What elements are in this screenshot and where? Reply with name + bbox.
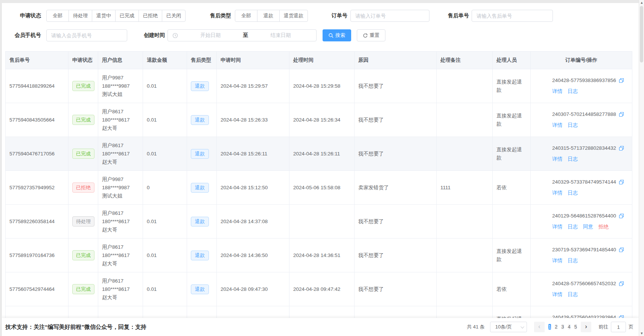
type-badge: 退款 — [191, 284, 209, 294]
page-number-button[interactable]: 1 — [548, 324, 551, 330]
cell-apply-status: 已完成 — [69, 137, 98, 171]
action-link-default[interactable]: 日志 — [568, 189, 578, 197]
cell-user-info: 用户8617180****8617赵大哥 — [98, 272, 143, 306]
type-badge: 退款 — [191, 183, 209, 193]
action-link-default[interactable]: 日志 — [568, 257, 578, 265]
action-link-reject[interactable]: 拒绝 — [598, 223, 609, 231]
cell-remark: 1111 — [437, 171, 493, 205]
action-link-default[interactable]: 详情 — [552, 155, 562, 163]
action-link-default[interactable]: 详情 — [552, 257, 562, 265]
cell-aftersale-no: 5775940843505664 — [6, 103, 69, 137]
copy-icon[interactable] — [619, 247, 624, 252]
cell-handle-time: 2024-04-28 09:47:42 — [289, 272, 355, 306]
copy-icon[interactable] — [619, 78, 624, 83]
aftersale-no-input[interactable] — [472, 10, 553, 22]
action-link-default[interactable]: 详情 — [552, 189, 562, 197]
copy-icon[interactable] — [619, 146, 624, 151]
copy-icon[interactable] — [619, 112, 624, 117]
aftersale-type-option-button[interactable]: 退款 — [257, 10, 280, 22]
cell-aftersale-type: 退款 — [187, 272, 217, 306]
action-link-default[interactable]: 日志 — [568, 155, 578, 163]
order-no: 240129-5648615287654400 — [552, 212, 616, 220]
cell-handle-time: 2024-04-28 15:26:11 — [289, 137, 355, 171]
order-no-input[interactable] — [350, 10, 429, 22]
cell-apply-status: 待处理 — [69, 205, 98, 239]
prev-page-button[interactable]: ‹ — [534, 322, 545, 332]
cell-reason: 我不想要了 — [355, 205, 437, 239]
goto-page-input[interactable] — [611, 322, 626, 332]
apply-status-option-button[interactable]: 已拒绝 — [139, 10, 162, 22]
create-time-label: 创建时间 — [142, 32, 165, 39]
user-info-line: 赵大哥 — [102, 293, 139, 302]
user-info-line: 用户8617 — [102, 277, 139, 285]
cell-remark — [437, 137, 493, 171]
action-link-default[interactable]: 日志 — [568, 290, 578, 299]
goto-label: 前往 — [598, 324, 608, 330]
start-date-placeholder[interactable]: 开始日期 — [180, 32, 242, 39]
apply-status-option-button[interactable]: 退货中 — [92, 10, 116, 22]
user-info-line: 188****9987 — [102, 184, 139, 192]
order-no: 240428-5775606657452032 — [552, 280, 616, 288]
apply-status-option-button[interactable]: 全部 — [46, 10, 69, 22]
column-header: 原因 — [355, 52, 437, 69]
end-date-placeholder[interactable]: 结束日期 — [250, 32, 312, 39]
apply-status-option-button[interactable]: 已关闭 — [162, 10, 186, 22]
cell-aftersale-type: 退款 — [187, 205, 217, 239]
order-no: 240428-5775938386937856 — [552, 76, 616, 85]
cell-aftersale-no: 5775940476717056 — [6, 137, 69, 171]
cell-aftersale-type: 退款 — [187, 239, 217, 272]
aftersale-type-option-button[interactable]: 全部 — [235, 10, 257, 22]
action-link-default[interactable]: 详情 — [552, 290, 562, 299]
scroll-down-arrow-icon[interactable]: ▼ — [639, 331, 644, 335]
cell-remark — [437, 272, 493, 306]
copy-icon[interactable] — [619, 281, 624, 286]
page-size-select[interactable]: 10条/页 — [490, 322, 527, 332]
cell-apply-time: 2024-04-28 09:47:30 — [217, 272, 289, 306]
search-button[interactable]: 搜索 — [323, 29, 351, 41]
apply-status-option-button[interactable]: 已完成 — [115, 10, 139, 22]
status-badge: 已完成 — [72, 284, 94, 294]
action-link-default[interactable]: 日志 — [568, 121, 578, 129]
page-number-button[interactable]: 3 — [561, 324, 564, 330]
page-number-button[interactable]: 2 — [555, 324, 557, 330]
status-badge: 已拒绝 — [72, 182, 94, 193]
cell-apply-status: 已完成 — [69, 239, 98, 272]
action-link-default[interactable]: 日志 — [568, 223, 578, 231]
column-header: 售后类型 — [187, 52, 217, 69]
action-link-default[interactable]: 详情 — [552, 87, 562, 96]
cell-refund-amount: 0.01 — [143, 69, 187, 103]
table-row: 5775607542974464已完成用户8617180****8617赵大哥0… — [6, 272, 632, 306]
column-header: 售后单号 — [6, 52, 69, 69]
order-no-label: 订单号 — [330, 12, 347, 19]
scrollbar-thumb[interactable] — [640, 6, 643, 62]
cell-aftersale-type: 退款 — [187, 103, 217, 137]
copy-icon[interactable] — [619, 213, 624, 219]
action-link-default[interactable]: 日志 — [568, 87, 578, 96]
action-link-default[interactable]: 详情 — [552, 223, 562, 231]
user-info-line: 180****8617 — [102, 285, 139, 293]
scroll-up-arrow-icon[interactable]: ▲ — [639, 1, 644, 5]
apply-status-option-button[interactable]: 待处理 — [69, 10, 92, 22]
cell-apply-time: 2024-04-28 14:36:50 — [217, 239, 289, 272]
copy-icon[interactable] — [619, 179, 624, 185]
cell-aftersale-type: 退款 — [187, 137, 217, 171]
filter-panel: 申请状态 全部待处理退货中已完成已拒绝已关闭 售后类型 全部退款退货退款 订单号… — [2, 3, 639, 41]
member-phone-input[interactable] — [46, 29, 127, 41]
status-badge: 已完成 — [72, 149, 94, 159]
next-page-button[interactable]: › — [581, 322, 591, 332]
member-phone-label: 会员手机号 — [2, 32, 41, 39]
aftersale-table: 售后单号申请状态用户信息退款金额售后类型申请时间处理时间原因处理备注处理人员订单… — [5, 51, 632, 336]
cell-apply-status: 已完成 — [69, 103, 98, 137]
aftersale-type-option-button[interactable]: 退货退款 — [279, 10, 308, 22]
page-number-button[interactable]: 5 — [574, 324, 577, 330]
cell-user-info: 用户9987188****9987测试大姐 — [98, 69, 143, 103]
page-number-button[interactable]: 4 — [568, 324, 571, 330]
action-links: 详情日志 — [552, 257, 628, 265]
right-scrollbar[interactable]: ▲ ▼ — [639, 0, 644, 336]
user-info-line: 用户8617 — [102, 243, 139, 251]
action-link-default[interactable]: 同意 — [583, 223, 593, 231]
action-link-default[interactable]: 详情 — [552, 121, 562, 129]
create-time-range-picker[interactable]: 开始日期 至 结束日期 — [167, 29, 317, 41]
cell-order-actions: 230719-5373694791485440详情日志 — [531, 239, 632, 272]
reset-button[interactable]: 重置 — [357, 29, 385, 41]
